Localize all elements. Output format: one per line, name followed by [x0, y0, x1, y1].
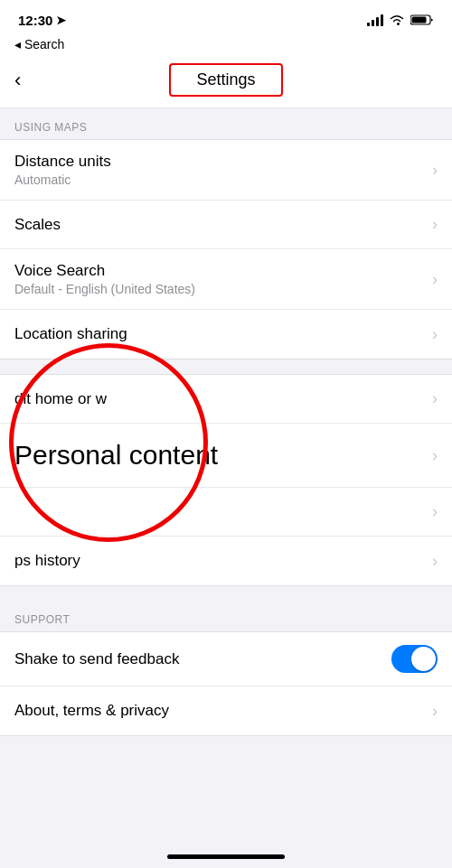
section-spacer-2	[0, 586, 452, 601]
wifi-icon	[389, 14, 405, 26]
maps-history-label: ps history	[14, 552, 80, 570]
using-maps-group: Distance units Automatic › Scales › Voic…	[0, 139, 452, 359]
about-terms-item[interactable]: About, terms & privacy ›	[0, 686, 452, 735]
using-maps-header: USING MAPS	[0, 108, 452, 139]
personal-content-label: Personal content	[14, 440, 218, 471]
shake-feedback-label: Shake to send feedback	[14, 650, 179, 668]
distance-units-sublabel: Automatic	[14, 173, 111, 187]
maps-history-item[interactable]: ps history ›	[0, 537, 452, 585]
shake-feedback-item[interactable]: Shake to send feedback	[0, 632, 452, 686]
page-title: Settings	[196, 70, 255, 89]
status-bar: 12:30 ➤	[0, 0, 452, 36]
support-group: Shake to send feedback About, terms & pr…	[0, 631, 452, 736]
distance-units-label: Distance units	[14, 153, 111, 171]
voice-search-item[interactable]: Voice Search Default - English (United S…	[0, 249, 452, 310]
back-search-label[interactable]: ◂ Search	[14, 37, 64, 51]
chevron-icon: ›	[432, 270, 438, 289]
chevron-icon: ›	[432, 325, 438, 344]
blank-item[interactable]: ›	[0, 488, 452, 537]
chevron-icon: ›	[432, 502, 438, 521]
distance-units-item[interactable]: Distance units Automatic ›	[0, 140, 452, 201]
chevron-icon: ›	[432, 161, 438, 180]
partial-group: dit home or w › Personal content › › ps …	[0, 374, 452, 586]
chevron-icon: ›	[432, 446, 438, 465]
chevron-icon: ›	[432, 389, 438, 408]
support-header: SUPPORT	[0, 601, 452, 631]
signal-icon	[367, 14, 383, 26]
scales-item[interactable]: Scales ›	[0, 201, 452, 249]
battery-icon	[410, 14, 434, 26]
voice-search-sublabel: Default - English (United States)	[14, 282, 195, 296]
home-indicator	[167, 854, 285, 859]
time-label: 12:30	[18, 13, 52, 28]
svg-rect-1	[412, 17, 427, 23]
nav-bar: ‹ Settings	[0, 56, 452, 108]
back-button[interactable]: ‹	[14, 69, 21, 92]
location-sharing-label: Location sharing	[14, 325, 127, 343]
toggle-knob	[411, 647, 436, 671]
location-arrow-icon: ➤	[56, 14, 66, 27]
status-time: 12:30 ➤	[18, 13, 66, 28]
edit-home-label: dit home or w	[14, 390, 107, 408]
chevron-icon: ›	[432, 702, 438, 721]
status-icons	[367, 14, 434, 26]
chevron-icon: ›	[432, 215, 438, 234]
personal-content-item[interactable]: Personal content ›	[0, 424, 452, 488]
about-terms-label: About, terms & privacy	[14, 702, 169, 720]
scales-label: Scales	[14, 216, 61, 234]
voice-search-label: Voice Search	[14, 262, 195, 280]
location-sharing-item[interactable]: Location sharing ›	[0, 310, 452, 359]
nav-back-area: ◂ Search	[0, 36, 452, 56]
edit-home-item[interactable]: dit home or w ›	[0, 375, 452, 424]
shake-feedback-toggle[interactable]	[391, 645, 438, 673]
chevron-icon: ›	[432, 552, 438, 571]
section-spacer	[0, 359, 452, 374]
settings-title-box: Settings	[169, 63, 282, 97]
